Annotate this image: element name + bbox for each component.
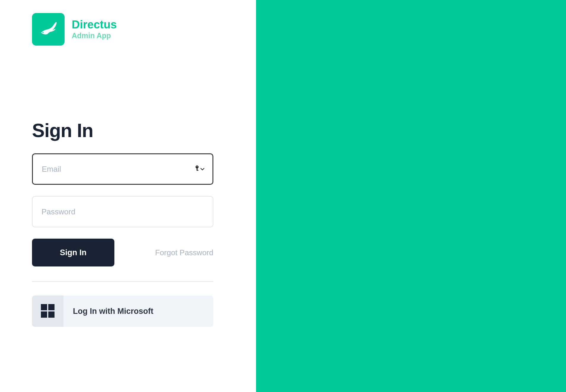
login-panel: Directus Admin App Sign In	[0, 0, 256, 392]
page-title: Sign In	[32, 120, 256, 142]
svg-rect-6	[41, 311, 47, 318]
key-icon	[195, 166, 199, 173]
email-field[interactable]	[32, 153, 213, 185]
brand-logo	[32, 13, 65, 46]
password-field[interactable]	[32, 196, 213, 227]
microsoft-icon	[40, 303, 55, 319]
svg-rect-2	[197, 170, 199, 171]
svg-rect-5	[48, 304, 55, 310]
svg-rect-7	[48, 311, 55, 318]
chevron-down-icon	[200, 166, 204, 172]
action-row: Sign In Forgot Password	[32, 239, 213, 266]
signin-button[interactable]: Sign In	[32, 239, 114, 266]
svg-point-3	[197, 166, 198, 167]
divider	[32, 281, 213, 282]
brand-subtitle: Admin App	[72, 31, 117, 40]
forgot-password-link[interactable]: Forgot Password	[155, 248, 213, 257]
rabbit-icon	[39, 21, 58, 37]
brand-title: Directus	[72, 19, 117, 31]
login-microsoft-button[interactable]: Log In with Microsoft	[32, 295, 213, 327]
credentials-dropdown[interactable]	[195, 166, 204, 173]
decorative-panel	[256, 0, 566, 392]
brand-header: Directus Admin App	[32, 13, 256, 46]
sso-label: Log In with Microsoft	[73, 307, 153, 316]
sso-icon-box	[32, 295, 63, 327]
brand-text: Directus Admin App	[72, 19, 117, 40]
password-input-wrapper	[32, 196, 213, 227]
email-input-wrapper	[32, 153, 213, 185]
svg-rect-4	[41, 304, 47, 310]
